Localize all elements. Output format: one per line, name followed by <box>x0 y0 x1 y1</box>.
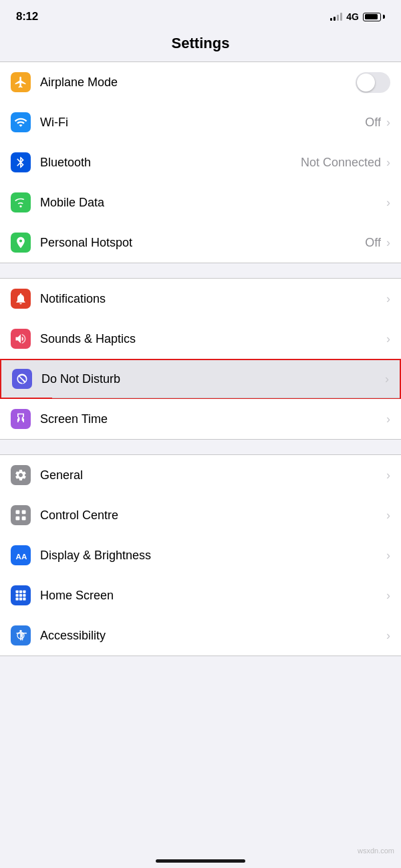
signal-bars-icon <box>330 13 342 21</box>
accessibility-icon <box>11 625 31 645</box>
section-notifications: Notifications › Sounds & Haptics › Do No… <box>0 278 401 440</box>
status-time: 8:12 <box>16 10 38 23</box>
wifi-chevron-icon: › <box>386 116 390 128</box>
screen-time-icon <box>11 409 31 429</box>
status-bar: 8:12 4G <box>0 0 401 29</box>
settings-row-home-screen[interactable]: Home Screen › <box>0 575 401 615</box>
mobile-data-label: Mobile Data <box>40 196 385 210</box>
notifications-label: Notifications <box>40 292 385 306</box>
mobile-data-icon <box>11 192 31 212</box>
do-not-disturb-icon <box>12 369 32 389</box>
notifications-icon <box>11 289 31 309</box>
personal-hotspot-value: Off <box>365 236 381 250</box>
svg-rect-11 <box>23 594 25 597</box>
bluetooth-icon <box>11 152 31 172</box>
settings-row-airplane-mode[interactable]: Airplane Mode <box>0 62 401 102</box>
settings-row-screen-time[interactable]: Screen Time › <box>0 399 401 439</box>
general-chevron-icon: › <box>386 469 390 481</box>
settings-row-sounds-haptics[interactable]: Sounds & Haptics › <box>0 319 401 359</box>
general-label: General <box>40 468 385 482</box>
wifi-icon <box>11 112 31 132</box>
bluetooth-value: Not Connected <box>301 156 381 170</box>
page-title: Settings <box>172 35 230 51</box>
display-brightness-chevron-icon: › <box>386 549 390 561</box>
wifi-label: Wi-Fi <box>40 116 365 130</box>
personal-hotspot-label: Personal Hotspot <box>40 236 365 250</box>
section-connectivity: Airplane Mode Wi-Fi Off › Bluetooth Not … <box>0 61 401 263</box>
svg-rect-4 <box>22 517 26 521</box>
home-screen-chevron-icon: › <box>386 589 390 601</box>
svg-rect-13 <box>19 597 22 600</box>
accessibility-label: Accessibility <box>40 629 385 643</box>
do-not-disturb-label: Do Not Disturb <box>41 372 384 386</box>
section-general: General › Control Centre › AA Display & … <box>0 454 401 656</box>
personal-hotspot-icon <box>11 233 31 253</box>
notifications-chevron-icon: › <box>386 293 390 305</box>
svg-rect-12 <box>16 597 19 600</box>
svg-text:AA: AA <box>16 552 27 561</box>
settings-row-bluetooth[interactable]: Bluetooth Not Connected › <box>0 142 401 182</box>
battery-icon <box>363 13 385 21</box>
home-screen-icon <box>11 585 31 605</box>
bluetooth-chevron-icon: › <box>386 156 390 168</box>
airplane-mode-label: Airplane Mode <box>40 76 356 90</box>
bluetooth-label: Bluetooth <box>40 156 301 170</box>
svg-rect-7 <box>19 591 22 593</box>
do-not-disturb-chevron-icon: › <box>385 373 389 385</box>
svg-rect-6 <box>16 591 19 593</box>
home-indicator <box>156 859 245 863</box>
settings-row-mobile-data[interactable]: Mobile Data › <box>0 182 401 223</box>
sounds-haptics-chevron-icon: › <box>386 333 390 345</box>
mobile-data-chevron-icon: › <box>386 196 390 208</box>
settings-row-wifi[interactable]: Wi-Fi Off › <box>0 102 401 142</box>
control-centre-icon <box>11 505 31 525</box>
control-centre-chevron-icon: › <box>386 509 390 521</box>
svg-rect-9 <box>16 594 19 597</box>
accessibility-chevron-icon: › <box>386 629 390 641</box>
control-centre-label: Control Centre <box>40 509 385 523</box>
settings-row-personal-hotspot[interactable]: Personal Hotspot Off › <box>0 223 401 263</box>
network-label: 4G <box>346 11 359 22</box>
screen-time-chevron-icon: › <box>386 413 390 425</box>
screen-time-label: Screen Time <box>40 412 385 426</box>
settings-row-notifications[interactable]: Notifications › <box>0 279 401 319</box>
settings-row-accessibility[interactable]: Accessibility › <box>0 615 401 656</box>
svg-rect-8 <box>23 591 25 593</box>
display-brightness-icon: AA <box>11 545 31 565</box>
svg-rect-14 <box>23 597 25 600</box>
wifi-value: Off <box>365 116 381 130</box>
settings-row-do-not-disturb[interactable]: Do Not Disturb › <box>0 359 401 399</box>
sounds-haptics-icon <box>11 329 31 349</box>
airplane-mode-icon <box>11 72 31 92</box>
status-icons: 4G <box>330 11 385 22</box>
svg-rect-3 <box>16 517 20 521</box>
general-icon <box>11 465 31 485</box>
svg-rect-10 <box>19 594 22 597</box>
personal-hotspot-chevron-icon: › <box>386 237 390 249</box>
settings-row-display-brightness[interactable]: AA Display & Brightness › <box>0 535 401 575</box>
page-title-bar: Settings <box>0 29 401 61</box>
airplane-mode-toggle[interactable] <box>356 72 390 93</box>
svg-rect-2 <box>22 511 26 515</box>
sounds-haptics-label: Sounds & Haptics <box>40 332 385 346</box>
settings-row-control-centre[interactable]: Control Centre › <box>0 495 401 535</box>
svg-rect-1 <box>16 511 20 515</box>
settings-row-general[interactable]: General › <box>0 455 401 495</box>
home-screen-label: Home Screen <box>40 589 385 603</box>
display-brightness-label: Display & Brightness <box>40 549 385 563</box>
watermark: wsxdn.com <box>358 847 394 855</box>
